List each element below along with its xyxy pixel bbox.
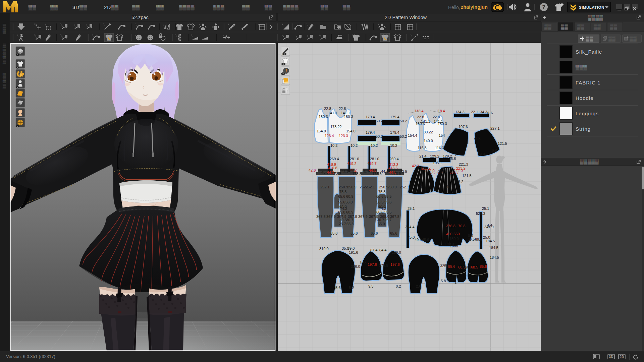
- svg-text:87.4: 87.4: [370, 248, 377, 252]
- svg-text:319.0: 319.0: [319, 247, 329, 251]
- svg-text:150.0: 150.0: [449, 237, 459, 241]
- svg-text:526.3: 526.3: [476, 212, 485, 216]
- svg-text:179.4: 179.4: [390, 130, 399, 134]
- svg-text:191.6: 191.6: [349, 250, 358, 254]
- svg-text:25.0: 25.0: [408, 235, 415, 239]
- svg-text:45.9: 45.9: [422, 238, 429, 242]
- svg-text:21.4: 21.4: [419, 154, 426, 158]
- svg-text:221.3: 221.3: [459, 162, 468, 166]
- svg-text:216.3: 216.3: [438, 170, 447, 174]
- svg-text:10.2: 10.2: [330, 143, 337, 147]
- svg-text:252.1: 252.1: [366, 185, 375, 189]
- svg-text:116.3: 116.3: [418, 146, 427, 150]
- svg-text:9.9: 9.9: [480, 152, 485, 156]
- svg-text:44.3: 44.3: [327, 170, 334, 174]
- svg-text:22.1: 22.1: [471, 110, 478, 114]
- svg-text:.9: .9: [446, 184, 449, 188]
- svg-text:121.5: 121.5: [498, 141, 507, 145]
- svg-text:39.0: 39.0: [347, 246, 355, 250]
- svg-text:9.3: 9.3: [368, 284, 373, 288]
- svg-text:227.1: 227.1: [490, 126, 500, 130]
- svg-text:123.3: 123.3: [339, 134, 348, 138]
- svg-text:25.7: 25.7: [384, 218, 391, 222]
- svg-text:250.9: 250.9: [379, 185, 388, 189]
- svg-text:65.6: 65.6: [390, 231, 397, 235]
- svg-text:197.6: 197.6: [368, 262, 377, 266]
- svg-text:179.4: 179.4: [366, 130, 375, 134]
- svg-text:65.6: 65.6: [371, 231, 378, 235]
- svg-text:65.8: 65.8: [338, 210, 345, 214]
- svg-text:250.9: 250.9: [347, 185, 357, 189]
- svg-text:55.6: 55.6: [338, 200, 345, 204]
- svg-text:180.3: 180.3: [416, 122, 425, 126]
- svg-text:75.3: 75.3: [378, 190, 385, 194]
- svg-text:129.2: 129.2: [430, 154, 439, 158]
- svg-text:26.6: 26.6: [449, 157, 456, 161]
- svg-text:55.6: 55.6: [384, 200, 391, 204]
- svg-text:650: 650: [453, 232, 460, 236]
- svg-text:197.6: 197.6: [390, 262, 400, 266]
- svg-text:56.5: 56.5: [376, 200, 383, 204]
- svg-text:22.8: 22.8: [324, 107, 331, 111]
- svg-text:?: ?: [542, 4, 545, 10]
- svg-text:65.6: 65.6: [330, 231, 337, 235]
- svg-text:281.0: 281.0: [370, 157, 379, 161]
- svg-text:0.2: 0.2: [396, 284, 401, 288]
- svg-text:184.5: 184.5: [490, 255, 499, 259]
- svg-text:43.7: 43.7: [341, 170, 348, 174]
- svg-text:173.22: 173.22: [330, 125, 342, 129]
- svg-text:450: 450: [446, 232, 452, 236]
- svg-text:50.2: 50.2: [376, 119, 383, 123]
- svg-text:6.2: 6.2: [458, 180, 463, 184]
- svg-text:84.4: 84.4: [379, 248, 386, 252]
- svg-text:6.2: 6.2: [492, 148, 497, 152]
- svg-text:50.2: 50.2: [400, 119, 407, 123]
- svg-text:419.2: 419.2: [347, 162, 357, 166]
- svg-text:60.6: 60.6: [376, 194, 383, 198]
- svg-text:42.3: 42.3: [412, 164, 419, 168]
- svg-text:i: i: [285, 68, 287, 73]
- svg-text:25.1: 25.1: [408, 206, 415, 210]
- svg-text:22.8: 22.8: [339, 107, 346, 111]
- svg-text:55.5: 55.5: [384, 210, 391, 214]
- svg-text:85.6: 85.6: [448, 264, 455, 268]
- svg-text:2D: 2D: [620, 355, 624, 359]
- svg-text:180.3: 180.3: [438, 122, 447, 126]
- svg-text:326.0: 326.0: [351, 264, 360, 268]
- svg-text:75.3: 75.3: [339, 190, 346, 194]
- svg-text:25.1: 25.1: [482, 206, 489, 210]
- svg-text:25.7: 25.7: [339, 222, 346, 226]
- svg-text:154.0: 154.0: [346, 129, 356, 133]
- svg-text:42.6: 42.6: [309, 168, 316, 172]
- svg-text:2.6: 2.6: [416, 284, 421, 288]
- svg-text:5.8: 5.8: [441, 279, 446, 283]
- svg-text:65.0: 65.0: [378, 222, 385, 226]
- svg-text:334.4: 334.4: [405, 225, 415, 229]
- svg-text:269.4: 269.4: [330, 157, 339, 161]
- svg-text:30.7: 30.7: [346, 218, 353, 222]
- svg-text:269.4: 269.4: [389, 157, 399, 161]
- svg-text:180.3: 180.3: [319, 115, 328, 119]
- svg-text:65.6: 65.6: [338, 194, 345, 198]
- svg-text:281.0: 281.0: [350, 157, 359, 161]
- svg-text:.1: .1: [453, 280, 457, 284]
- svg-text:154: 154: [439, 133, 445, 137]
- svg-text:154.4: 154.4: [408, 133, 417, 137]
- svg-text:85.6: 85.6: [480, 264, 487, 268]
- svg-text:44.4: 44.4: [381, 170, 388, 174]
- svg-text:367.9: 367.9: [326, 215, 336, 219]
- svg-text:60.6: 60.6: [376, 210, 383, 214]
- svg-text:216.: 216.: [474, 136, 481, 140]
- svg-text:44.5: 44.5: [369, 168, 376, 172]
- svg-text:49.6: 49.6: [415, 238, 422, 242]
- svg-text:39.3: 39.3: [339, 218, 346, 222]
- svg-text:123.4: 123.4: [325, 134, 334, 138]
- svg-text:44.8: 44.8: [389, 170, 396, 174]
- svg-text:.9: .9: [453, 152, 457, 156]
- svg-text:.9: .9: [419, 184, 422, 188]
- svg-text:50.2: 50.2: [400, 134, 407, 138]
- svg-text:184.5: 184.5: [489, 246, 498, 250]
- svg-text:22.8: 22.8: [433, 115, 440, 119]
- svg-text:252.1: 252.1: [320, 185, 330, 189]
- svg-text:250.9: 250.9: [339, 185, 348, 189]
